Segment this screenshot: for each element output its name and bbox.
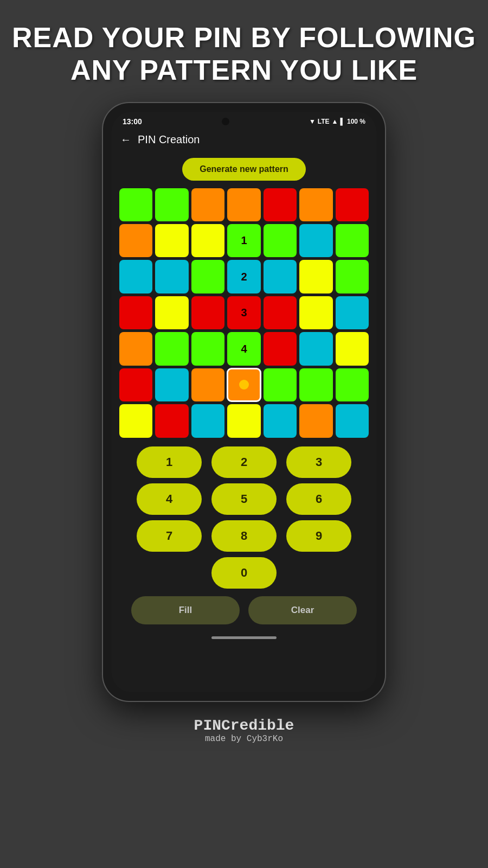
camera-notch <box>222 118 229 125</box>
keypad-row: 123 <box>137 446 351 478</box>
key-button-5[interactable]: 5 <box>211 483 277 515</box>
phone-device: 13:00 ▼ LTE ▲ ▌ 100 % ← PIN Creation Gen… <box>103 103 385 701</box>
home-indicator <box>211 636 277 639</box>
key-button-1[interactable]: 1 <box>137 446 202 478</box>
grid-cell[interactable] <box>191 404 224 437</box>
grid-cell[interactable] <box>119 368 152 401</box>
grid-cell[interactable] <box>264 296 297 329</box>
grid-cell[interactable] <box>336 260 369 293</box>
grid-cell[interactable] <box>155 296 188 329</box>
grid-cell[interactable] <box>299 404 332 437</box>
grid-cell[interactable] <box>336 368 369 401</box>
generate-btn-container: Generate new pattern <box>112 158 376 181</box>
key-button-0[interactable]: 0 <box>211 557 277 589</box>
key-button-7[interactable]: 7 <box>137 520 202 552</box>
grid-cell[interactable] <box>299 368 332 401</box>
grid-cell[interactable] <box>299 260 332 293</box>
grid-cell[interactable] <box>155 260 188 293</box>
color-grid: 1234 <box>119 188 369 438</box>
wifi-icon: ▼ <box>309 118 316 125</box>
grid-cell[interactable] <box>119 188 152 221</box>
key-button-8[interactable]: 8 <box>211 520 277 552</box>
battery-icon: ▌ <box>340 118 345 125</box>
cell-number-label: 4 <box>241 343 247 355</box>
grid-cell[interactable] <box>227 404 260 437</box>
signal-icon: ▲ <box>332 118 338 125</box>
cell-number-label: 3 <box>241 307 247 319</box>
clear-button[interactable]: Clear <box>248 596 357 624</box>
back-button[interactable]: ← <box>120 133 131 146</box>
footer-brand: PINCredible made by Cyb3rKo <box>194 717 294 744</box>
grid-cell[interactable] <box>119 260 152 293</box>
key-button-9[interactable]: 9 <box>286 520 351 552</box>
grid-cell[interactable]: 1 <box>227 224 260 257</box>
fill-button[interactable]: Fill <box>131 596 240 624</box>
grid-cell[interactable] <box>155 224 188 257</box>
cell-number-label: 2 <box>241 271 247 283</box>
grid-cell[interactable] <box>191 332 224 365</box>
keypad-row: 456 <box>137 483 351 515</box>
grid-cell[interactable] <box>119 332 152 365</box>
grid-cell[interactable] <box>336 404 369 437</box>
grid-cell[interactable] <box>119 224 152 257</box>
grid-cell[interactable] <box>119 404 152 437</box>
grid-cell[interactable] <box>191 224 224 257</box>
key-button-6[interactable]: 6 <box>286 483 351 515</box>
action-row: Fill Clear <box>112 589 376 632</box>
brand-sub: made by Cyb3rKo <box>194 734 294 744</box>
color-grid-container: 1234 <box>112 188 376 438</box>
grid-cell[interactable] <box>299 224 332 257</box>
grid-cell[interactable] <box>299 296 332 329</box>
grid-cell[interactable] <box>155 368 188 401</box>
grid-cell[interactable] <box>191 368 224 401</box>
grid-cell[interactable] <box>155 332 188 365</box>
cell-number-label: 1 <box>241 234 247 247</box>
keypad-row: 0 <box>211 557 277 589</box>
grid-cell[interactable] <box>336 224 369 257</box>
network-label: LTE <box>318 118 330 125</box>
battery-label: 100 % <box>347 118 365 125</box>
headline: READ YOUR PIN BY FOLLOWING ANY PATTERN Y… <box>0 22 488 87</box>
grid-cell[interactable] <box>264 332 297 365</box>
grid-cell[interactable]: 2 <box>227 260 260 293</box>
grid-cell[interactable] <box>336 188 369 221</box>
grid-cell[interactable] <box>264 404 297 437</box>
grid-cell[interactable] <box>191 188 224 221</box>
grid-cell[interactable] <box>336 296 369 329</box>
grid-cell[interactable]: 4 <box>227 332 260 365</box>
status-icons: ▼ LTE ▲ ▌ 100 % <box>309 118 365 125</box>
grid-cell[interactable] <box>191 260 224 293</box>
grid-cell[interactable] <box>227 368 260 401</box>
phone-screen: 13:00 ▼ LTE ▲ ▌ 100 % ← PIN Creation Gen… <box>112 112 376 692</box>
grid-cell[interactable] <box>264 224 297 257</box>
key-button-2[interactable]: 2 <box>211 446 277 478</box>
keypad: 1234567890 <box>112 446 376 589</box>
status-time: 13:00 <box>123 117 142 126</box>
grid-cell[interactable] <box>264 368 297 401</box>
status-bar: 13:00 ▼ LTE ▲ ▌ 100 % <box>112 112 376 129</box>
nav-bar: ← PIN Creation <box>112 129 376 151</box>
grid-cell[interactable] <box>155 404 188 437</box>
grid-cell[interactable]: 3 <box>227 296 260 329</box>
grid-cell[interactable] <box>155 188 188 221</box>
page-title: PIN Creation <box>138 133 200 146</box>
grid-cell[interactable] <box>264 260 297 293</box>
grid-cell[interactable] <box>299 188 332 221</box>
grid-cell[interactable] <box>299 332 332 365</box>
key-button-4[interactable]: 4 <box>137 483 202 515</box>
keypad-row: 789 <box>137 520 351 552</box>
brand-name: PINCredible <box>194 717 294 734</box>
grid-cell[interactable] <box>227 188 260 221</box>
generate-pattern-button[interactable]: Generate new pattern <box>182 158 306 181</box>
key-button-3[interactable]: 3 <box>286 446 351 478</box>
grid-cell[interactable] <box>191 296 224 329</box>
grid-cell[interactable] <box>336 332 369 365</box>
grid-cell[interactable] <box>264 188 297 221</box>
grid-cell[interactable] <box>119 296 152 329</box>
